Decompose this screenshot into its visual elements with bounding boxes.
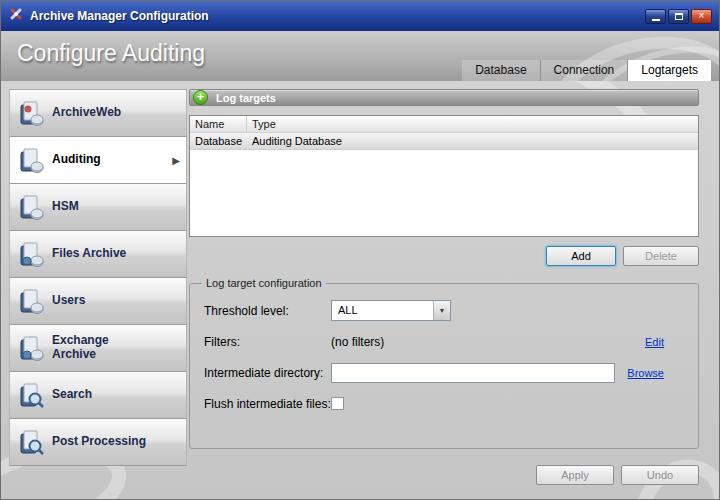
undo-button[interactable]: Undo [621,465,699,485]
tab-bar: Database Connection Logtargets [462,60,711,81]
minimize-button[interactable] [645,9,666,24]
sidebar-item-label: Files Archive [52,247,126,261]
cell-type: Auditing Database [247,133,347,149]
sidebar-item-archiveweb[interactable]: ArchiveWeb [9,90,187,137]
intermediate-directory-label: Intermediate directory: [204,366,331,380]
sidebar-item-label: Auditing [52,153,101,167]
post-processing-icon [18,429,45,456]
auditing-icon [18,147,45,174]
minimize-icon [652,19,660,21]
sidebar-item-files-archive[interactable]: Files Archive [9,231,187,278]
column-header-name[interactable]: Name [190,116,247,132]
add-button[interactable]: Add [546,246,616,266]
hsm-icon [18,194,45,221]
footer-action-buttons: Apply Undo [189,465,699,485]
chevron-down-icon: ▼ [433,301,450,320]
filters-label: Filters: [204,335,331,349]
sidebar-item-label: Users [52,294,85,308]
page-title: Configure Auditing [17,40,205,67]
add-plus-icon: + [193,90,208,105]
tab-logtargets[interactable]: Logtargets [627,60,711,81]
sidebar-item-post-processing[interactable]: Post Processing [9,419,187,466]
sidebar-item-label: Post Processing [52,435,146,449]
filters-value: (no filters) [331,335,384,349]
title-bar: Archive Manager Configuration × [1,1,719,31]
tab-connection[interactable]: Connection [540,60,628,81]
app-tools-icon [8,6,24,26]
window-title: Archive Manager Configuration [30,9,639,23]
sidebar-item-exchange-archive[interactable]: Exchange Archive [9,325,187,372]
threshold-level-select[interactable]: ALL ▼ [331,300,451,321]
sidebar-item-label: HSM [52,200,79,214]
flush-intermediate-checkbox[interactable] [331,397,344,410]
cell-name: Database [190,133,247,149]
section-title: Log targets [216,92,276,104]
intermediate-directory-input[interactable] [331,363,615,383]
window-body: ArchiveWeb Auditing ▶ HSM Files Arch [1,81,719,500]
sidebar-item-auditing[interactable]: Auditing ▶ [9,137,187,184]
apply-button[interactable]: Apply [536,465,614,485]
exchange-archive-icon [18,335,45,362]
table-header-row: Name Type [190,116,698,133]
log-targets-section-header: + Log targets [189,89,699,106]
sidebar-item-hsm[interactable]: HSM [9,184,187,231]
window-controls: × [645,9,712,24]
maximize-icon [675,13,683,20]
sidebar: ArchiveWeb Auditing ▶ HSM Files Arch [9,89,187,466]
sidebar-item-label: ArchiveWeb [52,106,121,120]
tab-database[interactable]: Database [462,60,539,81]
browse-link[interactable]: Browse [627,367,664,379]
threshold-level-label: Threshold level: [204,304,331,318]
sidebar-item-users[interactable]: Users [9,278,187,325]
flush-intermediate-row: Flush intermediate files: [204,393,688,414]
selected-arrow-icon: ▶ [172,155,180,166]
sidebar-item-label: Search [52,388,92,402]
table-row[interactable]: Database Auditing Database [190,133,698,150]
archive-manager-window: Archive Manager Configuration × Configur… [0,0,720,500]
flush-intermediate-label: Flush intermediate files: [204,397,331,411]
files-archive-icon [18,241,45,268]
table-action-buttons: Add Delete [189,246,699,266]
intermediate-directory-row: Intermediate directory: Browse [204,362,688,383]
group-legend: Log target configuration [202,277,326,289]
delete-button[interactable]: Delete [623,246,699,266]
threshold-level-value: ALL [332,301,433,320]
archiveweb-icon [18,100,45,127]
log-target-configuration-group: Log target configuration Threshold level… [189,277,699,449]
sidebar-item-search[interactable]: Search [9,372,187,419]
search-icon [18,382,45,409]
close-icon: × [699,11,705,21]
threshold-level-row: Threshold level: ALL ▼ [204,300,688,321]
close-button[interactable]: × [691,9,712,24]
sidebar-item-label: Exchange Archive [52,334,150,362]
edit-link[interactable]: Edit [645,336,664,348]
users-icon [18,288,45,315]
filters-row: Filters: (no filters) Edit [204,331,688,352]
main-panel: + Log targets Name Type Database Auditin… [189,89,699,485]
log-targets-table: Name Type Database Auditing Database [189,115,699,237]
page-header: Configure Auditing Database Connection L… [1,31,719,81]
maximize-button[interactable] [668,9,689,24]
column-header-type[interactable]: Type [247,116,698,132]
